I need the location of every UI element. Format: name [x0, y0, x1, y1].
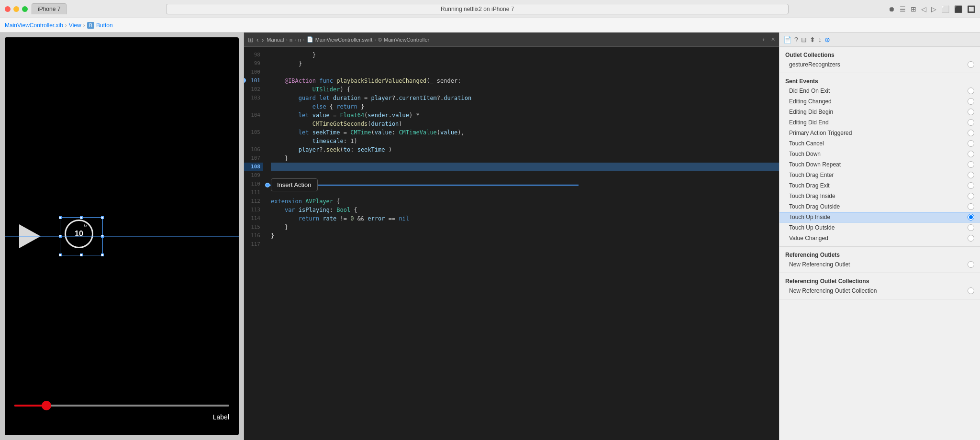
- window-title: Running netflix2 on iPhone 7: [166, 4, 789, 14]
- handle-br: [101, 253, 104, 256]
- value-changed-radio[interactable]: [968, 235, 974, 242]
- new-referencing-outlet-row: New Referencing Outlet: [780, 259, 980, 270]
- ln-99: 99: [244, 59, 263, 68]
- size-inspector-icon[interactable]: ↕: [818, 36, 822, 44]
- touch-drag-enter-radio[interactable]: [968, 172, 974, 178]
- maximize-button[interactable]: [22, 6, 28, 12]
- new-referencing-outlet-radio[interactable]: [968, 261, 974, 268]
- code-content: } } @IBAction func playbackSliderValueCh…: [267, 47, 779, 440]
- did-end-radio[interactable]: [968, 88, 974, 94]
- list-icon[interactable]: ☰: [900, 5, 906, 13]
- touch-drag-inside-radio[interactable]: [968, 193, 974, 199]
- device-tab[interactable]: iPhone 7: [32, 3, 67, 14]
- editing-did-end-row: Editing Did End: [780, 117, 980, 128]
- touch-cancel-radio[interactable]: [968, 140, 974, 147]
- ln-105a: 105: [244, 128, 263, 137]
- layout1-icon[interactable]: ⬜: [941, 5, 949, 13]
- touch-up-inside-radio[interactable]: [968, 214, 974, 220]
- code-line-114: return rate != 0 && error == nil: [271, 214, 779, 223]
- nav-forward-icon[interactable]: ›: [262, 36, 264, 44]
- ln-102: 102: [244, 85, 263, 94]
- breadcrumb-button[interactable]: Button: [96, 22, 113, 29]
- code-line-115: }: [271, 223, 779, 231]
- path-swift-icon: 📄: [307, 36, 313, 43]
- ln-106: 106: [244, 145, 263, 154]
- handle-bl: [59, 253, 62, 256]
- gesture-recognizers-radio[interactable]: [968, 61, 974, 68]
- ln-110: 110: [244, 180, 263, 188]
- nav-back-icon[interactable]: ‹: [256, 36, 259, 44]
- connection-line: [5, 236, 239, 237]
- touch-down-radio[interactable]: [968, 151, 974, 157]
- code-path: Manual › n › n › 📄 MainViewController.sw…: [267, 36, 429, 43]
- path-n1[interactable]: n: [290, 37, 292, 43]
- path-manual[interactable]: Manual: [267, 37, 284, 43]
- minimize-button[interactable]: [13, 6, 19, 12]
- close-button[interactable]: [5, 6, 11, 12]
- ln-116: 116: [244, 231, 263, 240]
- window-controls: [5, 6, 28, 12]
- breadcrumb-b-icon: B: [87, 22, 94, 29]
- playback-slider[interactable]: [14, 405, 229, 407]
- touch-up-outside-radio[interactable]: [968, 224, 974, 231]
- primary-action-radio[interactable]: [968, 130, 974, 136]
- code-editor-panel: ⊞ ‹ › Manual › n › n › 📄 MainViewControl…: [244, 33, 779, 440]
- ln-104b: [244, 120, 263, 128]
- handle-tr: [101, 216, 104, 219]
- path-class[interactable]: MainViewController: [384, 37, 429, 43]
- layout2-icon[interactable]: ⬛: [954, 5, 962, 13]
- record-icon[interactable]: ⏺: [888, 5, 895, 13]
- code-line-109: [271, 171, 779, 180]
- referencing-outlets-section: Referencing Outlets New Referencing Outl…: [780, 247, 980, 273]
- help-icon[interactable]: ?: [794, 36, 798, 44]
- file-inspector-icon[interactable]: 📄: [783, 36, 791, 44]
- code-line-105b: timescale: 1): [271, 137, 779, 145]
- primary-action-row: Primary Action Triggered: [780, 128, 980, 138]
- touch-drag-outside-radio[interactable]: [968, 203, 974, 210]
- gesture-recognizers-row: gestureRecognizers: [780, 59, 980, 70]
- editing-changed-radio[interactable]: [968, 98, 974, 105]
- ln-109: 109: [244, 171, 263, 180]
- handle-bm: [80, 253, 83, 256]
- ln-112: 112: [244, 197, 263, 206]
- breadcrumb-xib[interactable]: MainViewController.xib: [5, 22, 63, 29]
- touch-drag-exit-radio[interactable]: [968, 182, 974, 189]
- nav-grid-icon[interactable]: ⊞: [248, 36, 254, 44]
- add-file-button[interactable]: +: [762, 37, 765, 43]
- insert-action-tooltip: Insert Action: [271, 178, 318, 191]
- ln-100: 100: [244, 68, 263, 77]
- ln-103a: 103: [244, 94, 263, 102]
- connections-inspector-icon[interactable]: ⊕: [824, 36, 830, 44]
- attributes-inspector-icon[interactable]: ⬍: [810, 36, 815, 44]
- code-toolbar: ⊞ ‹ › Manual › n › n › 📄 MainViewControl…: [244, 33, 779, 47]
- code-line-116: }: [271, 231, 779, 240]
- grid-icon[interactable]: ⊞: [911, 5, 916, 13]
- title-bar: iPhone 7 Running netflix2 on iPhone 7 ⏺ …: [0, 0, 980, 18]
- path-n2[interactable]: n: [298, 37, 301, 43]
- main-layout: ↻ 10 Label ⊞ ‹ › Manual: [0, 33, 980, 440]
- identity-inspector-icon[interactable]: ⊟: [801, 36, 807, 44]
- editing-did-end-radio[interactable]: [968, 119, 974, 126]
- new-referencing-outlet-collection-radio[interactable]: [968, 287, 974, 294]
- code-line-113: var isPlaying: Bool {: [271, 206, 779, 214]
- touch-down-repeat-radio[interactable]: [968, 161, 974, 168]
- handle-tl: [59, 216, 62, 219]
- sent-events-section: Sent Events Did End On Exit Editing Chan…: [780, 73, 980, 247]
- forward-icon[interactable]: ▷: [931, 5, 936, 13]
- layout3-icon[interactable]: 🔲: [967, 5, 975, 13]
- close-editor-button[interactable]: ✕: [771, 36, 775, 43]
- touch-drag-exit-row: Touch Drag Exit: [780, 180, 980, 191]
- touch-drag-inside-row: Touch Drag Inside: [780, 191, 980, 201]
- breadcrumb-view[interactable]: View: [69, 22, 81, 29]
- new-referencing-outlet-collection-row: New Referencing Outlet Collection: [780, 286, 980, 296]
- editing-changed-row: Editing Changed: [780, 96, 980, 107]
- path-swift-file[interactable]: MainViewController.swift: [315, 37, 373, 43]
- sep2: ›: [83, 22, 85, 29]
- editing-did-begin-radio[interactable]: [968, 109, 974, 115]
- ln-104a: 104: [244, 111, 263, 120]
- skip-circle[interactable]: ↻ 10: [65, 220, 93, 248]
- back-icon[interactable]: ◁: [921, 5, 926, 13]
- referencing-outlets-header: Referencing Outlets: [780, 250, 980, 259]
- handle-tm: [80, 216, 83, 219]
- connection-dot: [265, 183, 270, 187]
